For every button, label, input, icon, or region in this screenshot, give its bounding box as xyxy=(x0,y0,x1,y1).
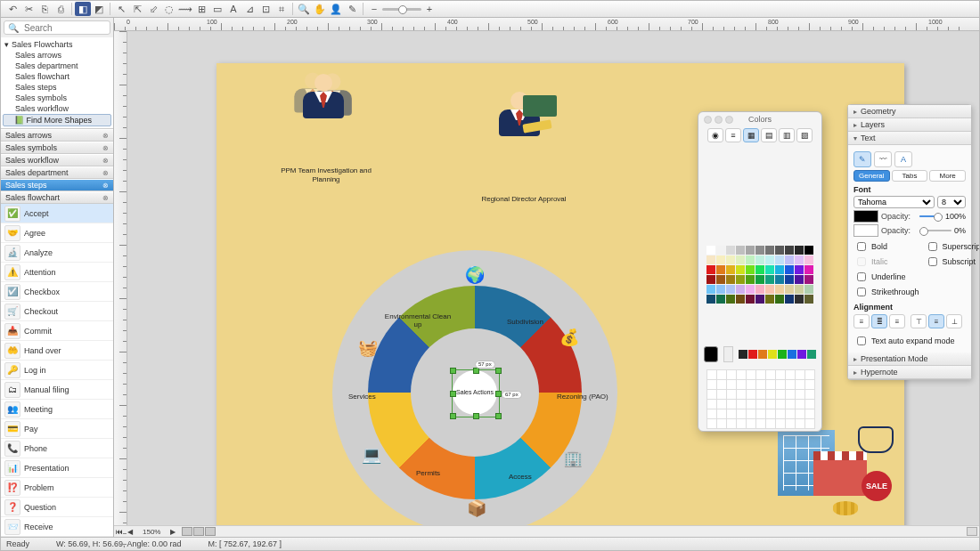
color-swatch[interactable] xyxy=(775,265,784,274)
page-thumb[interactable] xyxy=(182,527,192,536)
tab-tabs[interactable]: Tabs xyxy=(892,170,928,182)
scroll-next[interactable]: ▶ xyxy=(167,528,178,536)
shape-item[interactable]: 📞Phone xyxy=(1,439,113,458)
page-thumb[interactable] xyxy=(205,527,216,536)
tb-pointer[interactable]: ↖ xyxy=(113,2,129,16)
color-swatch[interactable] xyxy=(736,265,745,274)
color-swatch[interactable] xyxy=(706,265,715,274)
category-item[interactable]: Sales steps⊗ xyxy=(1,179,113,191)
color-swatch[interactable] xyxy=(775,295,784,304)
color-swatch[interactable] xyxy=(785,265,794,274)
color-swatch[interactable] xyxy=(804,275,813,284)
color-swatch[interactable] xyxy=(775,285,784,294)
color-picker[interactable]: Colors ◉ ≡ ▦ ▤ ▥ ▨ xyxy=(698,111,822,432)
color-swatch-2[interactable] xyxy=(853,224,878,237)
category-item[interactable]: Sales symbols⊗ xyxy=(1,142,113,154)
color-swatch[interactable] xyxy=(755,255,764,264)
shape-item[interactable]: ☑️Checkbox xyxy=(1,282,113,302)
shape-item[interactable]: ✅Accept xyxy=(1,204,113,223)
color-swatch[interactable] xyxy=(765,285,774,294)
shape-item[interactable]: ⁉️Problem xyxy=(1,478,113,498)
tb-curve[interactable]: ⟿ xyxy=(177,2,193,16)
chk-strike[interactable] xyxy=(857,288,866,296)
font-select[interactable]: Tahoma xyxy=(853,196,935,208)
tb-paste[interactable]: ⎙ xyxy=(53,2,69,16)
valign-top[interactable]: ⊤ xyxy=(911,314,927,328)
color-swatch-1[interactable] xyxy=(853,210,878,223)
tab-more[interactable]: More xyxy=(929,170,966,182)
tb-text[interactable]: A xyxy=(225,2,241,16)
tb-shape[interactable]: ⊿ xyxy=(241,2,257,16)
tree-item[interactable]: Sales arrows xyxy=(1,50,113,61)
inspector-panel[interactable]: Geometry Layers Text ✎ 〰 A General Tab xyxy=(847,104,972,380)
current-color-chip[interactable] xyxy=(704,346,718,362)
shape-item[interactable]: 🛒Checkout xyxy=(1,302,113,321)
tb-group[interactable]: ⊡ xyxy=(257,2,274,16)
color-swatch[interactable] xyxy=(716,255,725,264)
tb-edit[interactable]: ✎ xyxy=(344,2,360,16)
close-icon[interactable] xyxy=(704,116,712,124)
color-swatch[interactable] xyxy=(775,246,784,255)
wheel-mode[interactable]: ◉ xyxy=(707,128,723,142)
color-swatch[interactable] xyxy=(795,295,804,304)
color-swatch[interactable] xyxy=(716,295,725,304)
tree-item[interactable]: Sales workflow xyxy=(1,103,113,114)
color-swatch[interactable] xyxy=(755,285,764,294)
tree-header[interactable]: ▾Sales Flowcharts xyxy=(1,39,113,50)
basic-swatch[interactable] xyxy=(758,350,767,359)
color-swatch[interactable] xyxy=(746,295,755,304)
color-swatch[interactable] xyxy=(785,275,794,284)
eyedropper-icon[interactable] xyxy=(723,346,733,362)
color-swatch[interactable] xyxy=(804,265,813,274)
opacity-slider-1[interactable] xyxy=(919,212,943,221)
color-swatch[interactable] xyxy=(726,265,735,274)
color-swatch[interactable] xyxy=(765,295,774,304)
color-swatch[interactable] xyxy=(746,255,755,264)
tb-cut[interactable]: ✂ xyxy=(20,2,37,16)
color-swatch[interactable] xyxy=(755,275,764,284)
tb-shade[interactable]: ◩ xyxy=(91,2,107,16)
tb-container[interactable]: ⊞ xyxy=(193,2,209,16)
text-line-icon[interactable]: 〰 xyxy=(874,151,892,167)
basic-swatch[interactable] xyxy=(768,350,777,359)
picker-titlebar[interactable]: Colors xyxy=(698,112,821,126)
color-swatch[interactable] xyxy=(746,285,755,294)
chk-sub[interactable] xyxy=(928,257,937,266)
color-swatch[interactable] xyxy=(755,246,764,255)
color-swatch[interactable] xyxy=(795,265,804,274)
color-swatch[interactable] xyxy=(765,246,774,255)
color-swatch[interactable] xyxy=(726,246,735,255)
basic-swatch[interactable] xyxy=(778,350,787,359)
chk-bold[interactable] xyxy=(857,242,866,251)
color-swatch[interactable] xyxy=(785,246,794,255)
color-swatch[interactable] xyxy=(706,285,715,294)
shape-item[interactable]: 📊Presentation xyxy=(1,458,113,478)
align-center[interactable]: ≣ xyxy=(871,314,887,328)
acc-hypernote[interactable]: Hypernote xyxy=(848,366,971,379)
align-right[interactable]: ≡ xyxy=(889,314,905,328)
color-swatch[interactable] xyxy=(804,295,813,304)
acc-geometry[interactable]: Geometry xyxy=(848,105,971,118)
chk-super[interactable] xyxy=(928,242,937,251)
color-swatch[interactable] xyxy=(726,275,735,284)
acc-presentation[interactable]: Presentation Mode xyxy=(848,352,971,366)
color-swatch[interactable] xyxy=(765,275,774,284)
color-swatch[interactable] xyxy=(755,265,764,274)
color-swatch[interactable] xyxy=(795,246,804,255)
color-swatch[interactable] xyxy=(785,295,794,304)
color-swatch[interactable] xyxy=(775,255,784,264)
color-swatch[interactable] xyxy=(716,275,725,284)
color-swatch[interactable] xyxy=(726,295,735,304)
store-figure[interactable]: SALE xyxy=(778,419,894,517)
ppm-team-figure[interactable] xyxy=(288,72,359,152)
search-input[interactable] xyxy=(22,22,106,34)
color-swatch[interactable] xyxy=(726,255,735,264)
custom-mode[interactable]: ▨ xyxy=(796,128,813,142)
tb-lasso[interactable]: ⇱ xyxy=(129,2,145,16)
color-swatch[interactable] xyxy=(716,265,725,274)
shape-item[interactable]: 🤲Hand over xyxy=(1,341,113,361)
category-item[interactable]: Sales workflow⊗ xyxy=(1,154,113,166)
color-swatch[interactable] xyxy=(755,295,764,304)
shape-item[interactable]: 🔑Log in xyxy=(1,361,113,380)
chk-autoexpand[interactable] xyxy=(857,336,866,345)
